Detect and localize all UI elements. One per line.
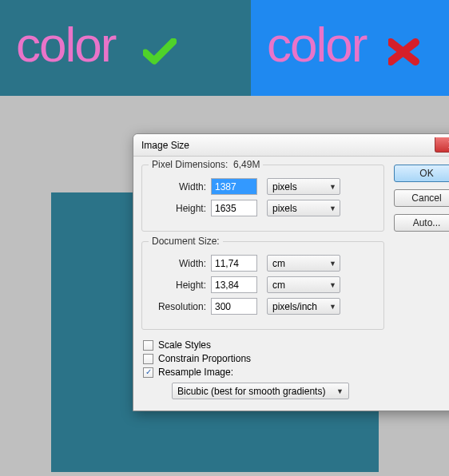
resolution-label: Resolution: bbox=[152, 301, 211, 312]
constrain-checkbox[interactable] bbox=[143, 354, 153, 364]
chevron-down-icon: ▼ bbox=[329, 260, 336, 268]
pixel-dimensions-group: Pixel Dimensions: 6,49M Width: pixels ▼ … bbox=[141, 165, 384, 232]
scale-styles-checkbox-row[interactable]: Scale Styles bbox=[143, 339, 384, 351]
doc-width-input[interactable] bbox=[211, 255, 257, 272]
scale-styles-label: Scale Styles bbox=[158, 339, 211, 351]
document-size-group: Document Size: Width: cm ▼ Height: cm ▼ bbox=[141, 241, 384, 330]
resolution-unit-value: pixels/inch bbox=[272, 301, 317, 312]
document-size-legend: Document Size: bbox=[149, 236, 223, 247]
doc-height-unit-value: cm bbox=[272, 280, 285, 291]
px-height-unit-value: pixels bbox=[272, 203, 297, 214]
chevron-down-icon: ▼ bbox=[329, 183, 336, 191]
resolution-unit-combo[interactable]: pixels/inch ▼ bbox=[267, 298, 340, 315]
resample-label: Resample Image: bbox=[158, 367, 233, 378]
doc-width-label: Width: bbox=[152, 258, 211, 269]
chevron-down-icon: ▼ bbox=[329, 281, 336, 289]
bad-example-panel: color bbox=[251, 0, 449, 96]
chevron-down-icon: ▼ bbox=[329, 303, 336, 311]
scale-styles-checkbox[interactable] bbox=[143, 340, 153, 351]
resolution-input[interactable] bbox=[211, 298, 257, 315]
ok-button[interactable]: OK bbox=[394, 165, 449, 182]
logo-text-right: color bbox=[267, 16, 366, 81]
good-example-panel: color bbox=[0, 0, 251, 96]
doc-height-input[interactable] bbox=[211, 276, 257, 293]
chevron-down-icon: ▼ bbox=[329, 204, 336, 212]
cross-icon bbox=[388, 38, 420, 65]
doc-width-unit-combo[interactable]: cm ▼ bbox=[267, 255, 340, 272]
resample-method-combo[interactable]: Bicubic (best for smooth gradients) ▼ bbox=[172, 383, 349, 399]
px-height-unit-combo[interactable]: pixels ▼ bbox=[267, 200, 340, 216]
constrain-label: Constrain Proportions bbox=[158, 353, 251, 364]
pixel-dimensions-legend: Pixel Dimensions: 6,49M bbox=[149, 159, 263, 170]
px-width-unit-value: pixels bbox=[272, 181, 297, 192]
resample-checkbox-row[interactable]: Resample Image: bbox=[143, 367, 384, 378]
px-width-unit-combo[interactable]: pixels ▼ bbox=[267, 178, 340, 195]
image-size-dialog: Image Size Pixel Dimensions: 6,49M Width… bbox=[133, 133, 449, 411]
px-height-label: Height: bbox=[152, 203, 211, 214]
doc-height-unit-combo[interactable]: cm ▼ bbox=[267, 276, 340, 293]
chevron-down-icon: ▼ bbox=[336, 387, 344, 395]
close-button[interactable] bbox=[435, 137, 449, 153]
px-height-input[interactable] bbox=[211, 200, 257, 216]
px-width-label: Width: bbox=[152, 181, 211, 192]
doc-height-label: Height: bbox=[152, 280, 211, 291]
comparison-banner: color color bbox=[0, 0, 449, 96]
auto-button[interactable]: Auto... bbox=[394, 214, 449, 232]
checkmark-icon bbox=[143, 38, 177, 65]
cancel-button[interactable]: Cancel bbox=[394, 189, 449, 207]
resample-checkbox[interactable] bbox=[143, 367, 153, 378]
dialog-title: Image Size bbox=[141, 140, 189, 151]
doc-width-unit-value: cm bbox=[272, 258, 285, 269]
resample-method-value: Bicubic (best for smooth gradients) bbox=[177, 386, 325, 397]
constrain-checkbox-row[interactable]: Constrain Proportions bbox=[143, 353, 384, 364]
logo-text-left: color bbox=[16, 16, 115, 81]
px-width-input[interactable] bbox=[211, 178, 257, 195]
dialog-titlebar[interactable]: Image Size bbox=[133, 134, 449, 157]
